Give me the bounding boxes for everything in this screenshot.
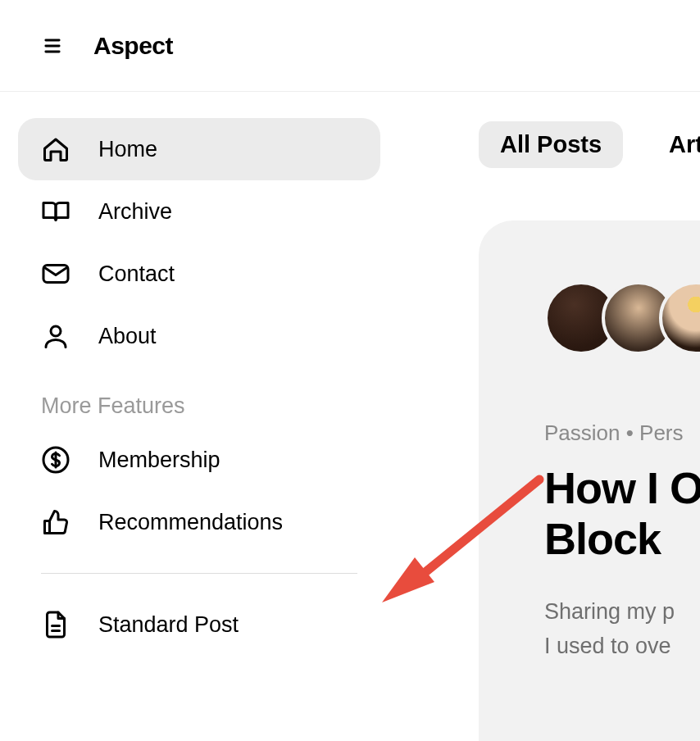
sidebar-item-home[interactable]: Home	[18, 118, 380, 180]
menu-icon	[41, 34, 64, 57]
user-icon	[41, 321, 70, 351]
sidebar-item-label: Home	[98, 137, 157, 162]
post-title-line: How I O	[544, 462, 700, 513]
mail-icon	[41, 259, 70, 289]
sidebar-divider	[41, 573, 357, 574]
sidebar-item-label: About	[98, 324, 157, 349]
sidebar-item-membership[interactable]: Membership	[18, 429, 380, 491]
tab-art[interactable]: Art	[648, 121, 700, 168]
file-text-icon	[41, 610, 70, 639]
main-content: All Posts Art Passion • Pers How I O Blo…	[479, 121, 700, 741]
sidebar-item-recommendations[interactable]: Recommendations	[18, 491, 380, 553]
post-excerpt: Sharing my p I used to ove	[544, 595, 700, 664]
author-avatars	[544, 281, 700, 355]
post-title: How I O Block	[544, 462, 700, 564]
post-excerpt-line: I used to ove	[544, 630, 700, 664]
topbar: Aspect	[0, 0, 700, 92]
svg-marker-9	[382, 557, 434, 602]
post-card[interactable]: Passion • Pers How I O Block Sharing my …	[479, 220, 700, 741]
svg-point-4	[51, 326, 61, 336]
filter-tabs: All Posts Art	[479, 121, 700, 168]
sidebar-item-label: Recommendations	[98, 510, 283, 535]
sidebar-item-archive[interactable]: Archive	[18, 180, 380, 243]
post-title-line: Block	[544, 513, 700, 564]
home-icon	[41, 134, 70, 164]
sidebar-item-label: Contact	[98, 261, 175, 287]
sidebar-section-label: More Features	[18, 367, 380, 429]
thumbs-up-icon	[41, 507, 70, 537]
app-title: Aspect	[93, 32, 173, 60]
sidebar: Home Archive Contact About More Features	[18, 118, 380, 656]
tab-all-posts[interactable]: All Posts	[479, 121, 623, 168]
menu-toggle[interactable]	[41, 34, 64, 57]
sidebar-item-label: Membership	[98, 448, 220, 473]
sidebar-item-label: Standard Post	[98, 612, 239, 638]
sidebar-item-about[interactable]: About	[18, 305, 380, 367]
dollar-circle-icon	[41, 445, 70, 475]
book-open-icon	[41, 197, 70, 226]
sidebar-item-label: Archive	[98, 199, 172, 225]
sidebar-item-contact[interactable]: Contact	[18, 243, 380, 305]
post-categories: Passion • Pers	[544, 421, 700, 446]
post-excerpt-line: Sharing my p	[544, 595, 700, 630]
sidebar-item-standard-post[interactable]: Standard Post	[18, 593, 380, 656]
